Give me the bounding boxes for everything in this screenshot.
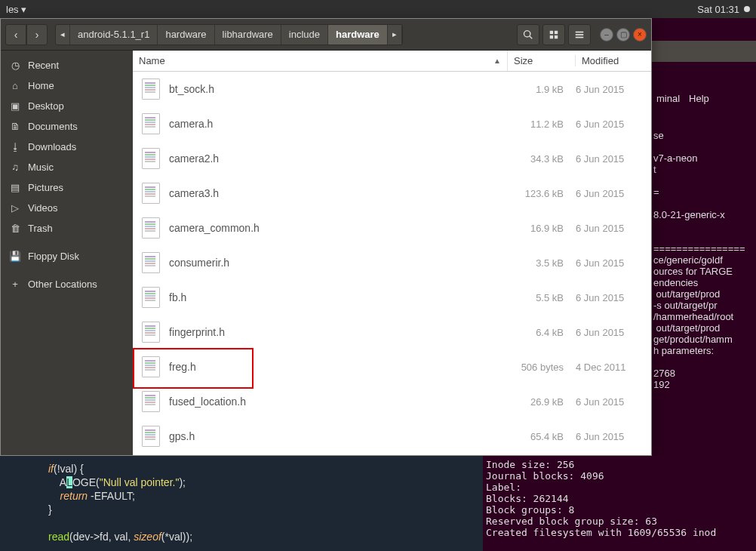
menubar-clock[interactable]: Sat 01:31 [697,4,750,15]
file-icon [142,252,160,273]
window-minimize-button[interactable]: – [600,28,613,42]
sidebar-item-home[interactable]: ⌂Home [1,75,133,96]
sidebar-item-documents[interactable]: 🗎Documents [1,116,133,137]
breadcrumb-segment[interactable]: ◂ [56,25,70,45]
file-name: fb.h [169,291,508,303]
file-row[interactable]: camera3.h123.6 kB6 Jun 2015 [133,176,651,211]
sidebar-item-floppy-disk[interactable]: 💾Floppy Disk [1,246,133,266]
window-controls: – ▢ × [600,28,647,42]
file-size: 16.9 kB [508,223,576,234]
file-icon [142,426,160,447]
file-row[interactable]: consumerir.h3.5 kB6 Jun 2015 [133,245,651,280]
downloads-icon: ⭳ [10,141,20,152]
window-maximize-button[interactable]: ▢ [616,28,630,42]
sidebar-item-label: Music [28,162,54,173]
breadcrumb-segment[interactable]: hardware [328,25,388,45]
col-header-modified[interactable]: Modified [576,55,651,66]
sidebar-item-videos[interactable]: ▷Videos [1,198,133,218]
svg-rect-4 [576,31,584,32]
file-icon [142,322,160,343]
sidebar-item-music[interactable]: ♫Music [1,157,133,177]
file-icon [142,78,160,100]
nav-back-button[interactable]: ‹ [5,24,26,45]
breadcrumb: ◂android-5.1.1_r1hardwarelibhardwareincl… [55,24,403,45]
file-row[interactable]: camera2.h34.3 kB6 Jun 2015 [133,141,651,176]
hamburger-icon [574,29,585,40]
file-modified: 6 Jun 2015 [576,119,651,130]
file-modified: 4 Dec 2011 [576,362,651,373]
text-cursor: L [66,476,72,488]
nav-forward-button[interactable]: › [26,24,48,45]
terminal-output-bottom: Inode size: 256 Journal blocks: 4096 Lab… [483,456,756,551]
file-modified: 6 Jun 2015 [576,327,651,338]
sidebar-item-label: Documents [28,121,78,132]
file-modified: 6 Jun 2015 [576,257,651,269]
file-row[interactable]: camera_common.h16.9 kB6 Jun 2015 [133,211,651,245]
file-name: camera.h [169,118,508,130]
sidebar-item-label: Home [28,80,54,91]
file-modified: 6 Jun 2015 [576,84,651,95]
file-name: fused_location.h [169,396,508,408]
sidebar-item-label: Recent [28,60,59,71]
col-header-size[interactable]: Size [508,55,576,66]
file-row[interactable]: bt_sock.h1.9 kB6 Jun 2015 [133,72,651,106]
home-icon: ⌂ [10,80,20,91]
file-row[interactable]: freg.h506 bytes4 Dec 2011 [133,349,651,384]
window-close-button[interactable]: × [633,28,647,42]
file-row[interactable]: fb.h5.5 kB6 Jun 2015 [133,280,651,315]
file-icon [142,217,160,239]
breadcrumb-segment[interactable]: include [281,25,328,45]
search-button[interactable] [517,24,539,45]
file-size: 34.3 kB [508,153,576,165]
file-name: freg.h [169,361,508,373]
other-icon: + [10,279,20,290]
file-icon [142,391,160,412]
file-rows[interactable]: bt_sock.h1.9 kB6 Jun 2015camera.h11.2 kB… [133,72,651,455]
pictures-icon: ▤ [10,182,20,193]
terminal-menu-item[interactable]: Help [689,93,709,104]
menubar-left[interactable]: les ▾ [6,4,697,15]
file-name: camera_common.h [169,222,508,234]
breadcrumb-segment[interactable]: ▸ [388,25,402,45]
terminal-titlebar[interactable] [652,41,756,62]
sidebar-item-label: Downloads [28,141,76,152]
terminal-menu-item[interactable]: minal [656,93,680,104]
file-manager-toolbar: ‹ › ◂android-5.1.1_r1hardwarelibhardware… [1,19,651,51]
file-name: camera2.h [169,152,508,165]
sidebar-item-label: Videos [28,202,58,214]
file-icon [142,183,160,204]
videos-icon: ▷ [10,202,20,214]
sidebar-item-label: Pictures [28,182,63,193]
sidebar-item-label: Floppy Disk [28,251,79,262]
svg-rect-6 [576,36,584,38]
hamburger-menu-button[interactable] [568,24,591,45]
sidebar-item-other-locations[interactable]: +Other Locations [1,274,133,294]
sidebar-item-desktop[interactable]: ▣Desktop [1,96,133,116]
sidebar-item-label: Trash [28,223,53,234]
view-grid-button[interactable] [542,24,565,45]
file-name: gps.h [169,430,508,442]
file-modified: 6 Jun 2015 [576,396,651,408]
file-row[interactable]: fused_location.h26.9 kB6 Jun 2015 [133,384,651,419]
code-editor[interactable]: if(!val) { ALOGE("Null val pointer."); r… [0,456,483,551]
breadcrumb-segment[interactable]: libhardware [215,25,281,45]
sidebar-item-label: Desktop [28,100,64,112]
breadcrumb-segment[interactable]: hardware [158,25,214,45]
file-row[interactable]: gps.h65.4 kB6 Jun 2015 [133,419,651,454]
file-size: 26.9 kB [508,396,576,408]
file-name: fingerprint.h [169,326,508,338]
file-row[interactable]: fingerprint.h6.4 kB6 Jun 2015 [133,315,651,349]
file-modified: 6 Jun 2015 [576,223,651,234]
col-header-name[interactable]: Name ▲ [133,51,508,71]
terminal-menubar: minal Help [653,89,754,107]
column-headers: Name ▲ Size Modified [133,51,651,72]
sidebar-item-trash[interactable]: 🗑Trash [1,218,133,239]
sidebar-item-recent[interactable]: ◷Recent [1,55,133,75]
svg-rect-1 [555,30,558,33]
sidebar-item-pictures[interactable]: ▤Pictures [1,177,133,198]
breadcrumb-segment[interactable]: android-5.1.1_r1 [70,25,158,45]
file-size: 3.5 kB [508,257,576,269]
file-size: 11.2 kB [508,119,576,130]
sidebar-item-downloads[interactable]: ⭳Downloads [1,137,133,157]
file-row[interactable]: camera.h11.2 kB6 Jun 2015 [133,106,651,141]
